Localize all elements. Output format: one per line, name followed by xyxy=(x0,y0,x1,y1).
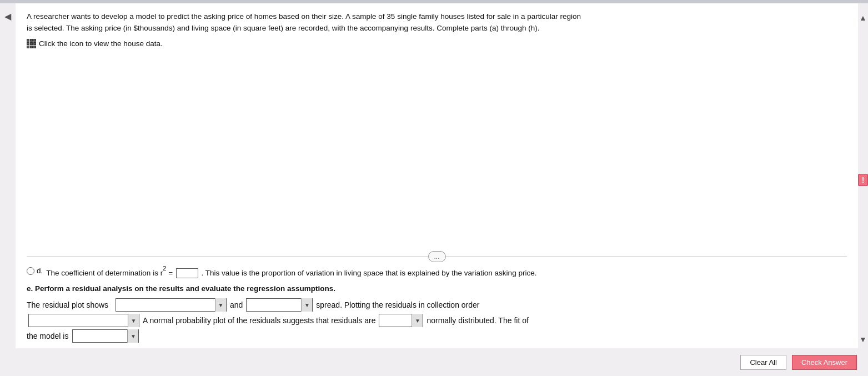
residual-dropdown-4[interactable]: ▼ xyxy=(379,314,423,327)
residual-dropdown-4-arrow[interactable]: ▼ xyxy=(412,314,423,327)
spacer1 xyxy=(110,300,112,309)
residual-dropdown-1-arrow[interactable]: ▼ xyxy=(215,298,226,312)
right-panel: ▲ ! ▼ xyxy=(858,3,868,348)
part-d-equals: = xyxy=(168,269,175,277)
residual-plot-label: The residual plot shows xyxy=(27,300,108,309)
main-container: ◀ A researcher wants to develop a model … xyxy=(0,0,868,376)
left-nav: ◀ xyxy=(0,3,16,348)
icon-link[interactable]: Click the icon to view the house data. xyxy=(27,39,847,48)
part-e-header: e. Perform a residual analysis on the re… xyxy=(27,284,847,293)
problem-text: A researcher wants to develop a model to… xyxy=(27,11,847,34)
residual-dropdown-3[interactable]: ▼ xyxy=(28,314,139,327)
dots-button[interactable]: ... xyxy=(428,251,446,262)
residual-dropdown-5-arrow[interactable]: ▼ xyxy=(127,329,138,343)
part-d-text-content: The coefficient of determination is r xyxy=(46,269,163,277)
residual-dropdown-2-arrow[interactable]: ▼ xyxy=(301,298,312,312)
residual-row-2: ▼ A normal probability plot of the resid… xyxy=(27,314,847,327)
part-e-label: e. xyxy=(27,284,33,293)
part-d-label: d. xyxy=(37,267,43,275)
icon-link-label[interactable]: Click the icon to view the house data. xyxy=(39,39,163,48)
residual-row-1: The residual plot shows ▼ and ▼ spread. … xyxy=(27,298,847,312)
residual-row-3: the model is ▼ xyxy=(27,329,847,343)
right-arrow-up[interactable]: ▲ xyxy=(859,13,867,22)
divider-line-left xyxy=(27,257,428,257)
residual-dropdown-1[interactable]: ▼ xyxy=(116,298,227,312)
normal-prob-label: A normal probability plot of the residua… xyxy=(143,316,375,325)
problem-text-line1: A researcher wants to develop a model to… xyxy=(27,12,581,21)
radio-circle[interactable] xyxy=(27,267,34,275)
residual-dropdown-3-arrow[interactable]: ▼ xyxy=(128,314,139,327)
empty-area xyxy=(27,48,847,248)
radio-area: d. xyxy=(27,267,43,275)
nav-arrow-up[interactable]: ◀ xyxy=(4,11,11,22)
and-label: and xyxy=(230,300,243,309)
part-d-input[interactable] xyxy=(176,268,198,278)
divider-line-right xyxy=(446,257,847,257)
residual-dropdown-5[interactable]: ▼ xyxy=(72,329,139,343)
residual-dropdown-2[interactable]: ▼ xyxy=(246,298,313,312)
right-panel-inner: ▲ ! ▼ xyxy=(857,9,868,348)
part-e-description: Perform a residual analysis on the resul… xyxy=(35,284,335,293)
divider-row: ... xyxy=(27,251,847,262)
r-hat: 2 xyxy=(163,264,166,277)
spread-label: spread. Plotting the residuals in collec… xyxy=(316,300,479,309)
clear-all-button[interactable]: Clear All xyxy=(740,355,786,370)
bottom-bar: Clear All Check Answer xyxy=(0,348,868,376)
content-area: ◀ A researcher wants to develop a model … xyxy=(0,3,868,348)
exclaim-icon[interactable]: ! xyxy=(858,174,868,186)
grid-icon xyxy=(27,39,36,48)
main-panel: A researcher wants to develop a model to… xyxy=(16,3,858,348)
part-d-section: d. The coefficient of determination is r… xyxy=(27,265,847,279)
check-answer-button[interactable]: Check Answer xyxy=(792,355,857,370)
model-label: the model is xyxy=(27,332,71,340)
r-superscript: 2 xyxy=(163,265,166,272)
normally-label: normally distributed. The fit of xyxy=(427,316,528,325)
part-d-after: . This value is the proportion of variat… xyxy=(202,269,537,277)
problem-text-line2: is selected. The asking price (in $thous… xyxy=(27,24,539,32)
part-d-text: The coefficient of determination is r2 =… xyxy=(46,265,536,279)
right-arrow-down[interactable]: ▼ xyxy=(859,335,867,344)
